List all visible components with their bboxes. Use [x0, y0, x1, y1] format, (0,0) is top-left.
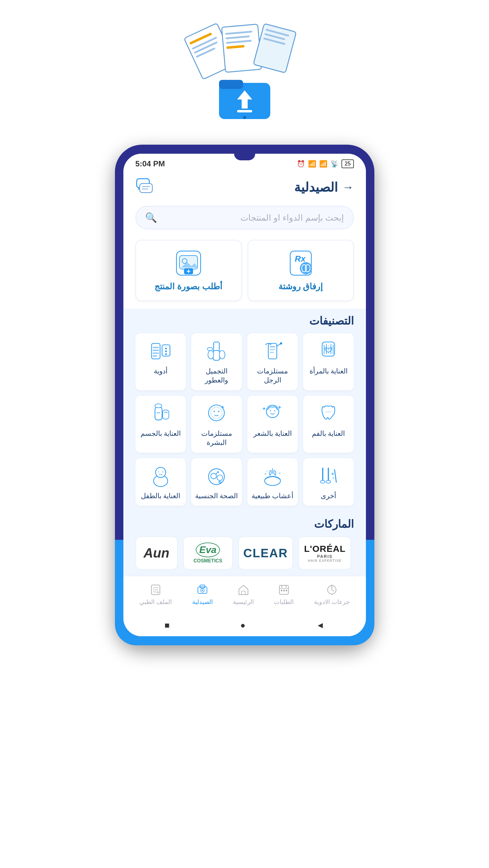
header-title-area: الصيدلية →	[294, 180, 354, 195]
nav-label-home: الرئيسية	[233, 598, 254, 606]
search-container: إبحث بإسم الدواء او المنتجات 🔍	[123, 203, 366, 237]
svg-rect-38	[153, 347, 159, 348]
prescription-card[interactable]: Rx إرفاق روشتة	[248, 240, 354, 301]
svg-rect-47	[213, 350, 220, 361]
brand-loreal-label: L'ORÉAL PARIS HAIR EXPERTISE	[304, 544, 345, 562]
svg-rect-17	[237, 110, 252, 113]
svg-rect-120	[281, 590, 282, 591]
nav-orders[interactable]: الطلبات	[274, 584, 294, 606]
category-women[interactable]: العناية بالمرأة	[303, 333, 354, 390]
brand-aun[interactable]: Aun	[136, 536, 178, 569]
category-cosmetics[interactable]: التجميل والعطور	[191, 333, 242, 390]
request-by-image-card[interactable]: أطلب بصورة المنتج	[136, 240, 242, 301]
svg-point-99	[326, 480, 330, 483]
nav-label-dosage: جرعات الادوية	[314, 598, 350, 606]
category-oral[interactable]: العناية بالفم	[303, 396, 354, 453]
svg-rect-50	[207, 347, 213, 350]
category-medicine[interactable]: أدوية	[136, 333, 186, 390]
sim-icon: 📶	[308, 160, 316, 168]
svg-point-83	[162, 471, 163, 472]
svg-rect-53	[270, 349, 276, 350]
category-hair[interactable]: العناية بالشعر	[247, 396, 298, 453]
svg-point-101	[332, 472, 334, 475]
svg-point-49	[219, 350, 225, 359]
nav-home[interactable]: الرئيسية	[233, 584, 254, 606]
svg-rect-121	[283, 590, 285, 591]
wifi-icon: 📡	[330, 160, 339, 168]
search-icon: 🔍	[145, 212, 157, 223]
category-baby[interactable]: العناية بالطفل	[136, 458, 186, 506]
nav-label-medical: الملف الطبي	[139, 598, 172, 606]
svg-text:Rx: Rx	[295, 254, 306, 264]
svg-point-127	[331, 594, 333, 595]
categories-grid: أدوية التجميل والعطور	[136, 333, 354, 506]
svg-point-102	[333, 477, 335, 479]
svg-rect-63	[155, 407, 162, 420]
battery-indicator: 25	[342, 159, 353, 168]
svg-point-44	[165, 350, 167, 352]
svg-line-100	[335, 470, 336, 482]
status-time: 5:04 PM	[136, 159, 165, 168]
brand-eva[interactable]: Eva COSMETICS	[183, 536, 233, 569]
nav-label-pharmacy: الصيدلية	[192, 598, 213, 606]
svg-rect-115	[242, 591, 245, 595]
phone-screen: 5:04 PM ⏰ 📶 📶 📡 25	[123, 154, 366, 636]
category-other[interactable]: أخرى	[303, 458, 354, 506]
sys-back[interactable]: ◄	[316, 621, 324, 630]
chat-button[interactable]	[136, 178, 156, 197]
svg-point-74	[269, 410, 271, 412]
category-label: العناية بالطفل	[141, 492, 180, 501]
svg-line-125	[332, 590, 334, 591]
nav-medical-file[interactable]: الملف الطبي	[139, 584, 172, 606]
category-label: الصحة الجنسية	[195, 492, 238, 501]
svg-point-56	[280, 342, 282, 345]
svg-rect-51	[268, 343, 277, 359]
svg-point-69	[213, 410, 215, 412]
svg-point-45	[165, 353, 167, 355]
category-label: مستلزمات الرجل	[251, 367, 294, 385]
svg-rect-52	[270, 346, 276, 347]
category-skin[interactable]: مستلزمات البشرة	[191, 396, 242, 453]
svg-rect-15	[219, 80, 243, 89]
category-label: العناية بالفم	[312, 429, 345, 438]
category-body[interactable]: العناية بالجسم	[136, 396, 186, 453]
category-men[interactable]: مستلزمات الرجل	[247, 333, 298, 390]
header-arrow[interactable]: →	[342, 181, 354, 194]
notch	[234, 154, 255, 160]
svg-point-64	[155, 404, 162, 408]
categories-title: التصنيفات	[136, 315, 354, 327]
sys-home[interactable]: ●	[240, 621, 246, 630]
nav-dosage[interactable]: جرعات الادوية	[314, 584, 350, 606]
nav-label-orders: الطلبات	[274, 598, 294, 606]
brand-loreal[interactable]: L'ORÉAL PARIS HAIR EXPERTISE	[298, 536, 351, 569]
brand-aun-label: Aun	[144, 546, 170, 561]
phone-frame: 5:04 PM ⏰ 📶 📶 📡 25	[115, 145, 374, 645]
svg-point-48	[208, 350, 214, 359]
sys-square[interactable]: ■	[165, 621, 170, 630]
svg-point-18	[243, 116, 246, 119]
category-herbs[interactable]: أعشاب طبيعية	[247, 458, 298, 506]
svg-point-70	[218, 410, 220, 412]
svg-rect-21	[140, 184, 152, 193]
svg-point-43	[165, 347, 167, 349]
nav-pharmacy[interactable]: الصيدلية	[192, 584, 213, 606]
brands-list: Aun Eva COSMETICS CLEAR	[136, 536, 354, 569]
category-label: التجميل والعطور	[195, 367, 238, 385]
svg-point-75	[274, 410, 276, 412]
quick-actions: أطلب بصورة المنتج Rx إرفاق روشتة	[123, 237, 366, 309]
app-header: الصيدلية →	[123, 172, 366, 203]
category-sexual[interactable]: الصحة الجنسية	[191, 458, 242, 506]
svg-rect-54	[270, 352, 274, 353]
brand-eva-label: Eva COSMETICS	[193, 542, 222, 564]
brand-clear[interactable]: CLEAR	[238, 536, 293, 569]
sim2-icon: 📶	[319, 160, 327, 168]
categories-section: التصنيفات	[123, 309, 366, 512]
svg-rect-122	[286, 590, 287, 591]
category-label: أخرى	[321, 492, 336, 501]
category-label: أعشاب طبيعية	[252, 492, 293, 501]
svg-point-81	[155, 467, 166, 477]
search-bar[interactable]: إبحث بإسم الدواء او المنتجات 🔍	[136, 206, 354, 229]
svg-rect-39	[153, 350, 159, 351]
bottom-nav: الملف الطبي الصيدلية	[123, 576, 366, 615]
category-label: مستلزمات البشرة	[195, 429, 238, 447]
